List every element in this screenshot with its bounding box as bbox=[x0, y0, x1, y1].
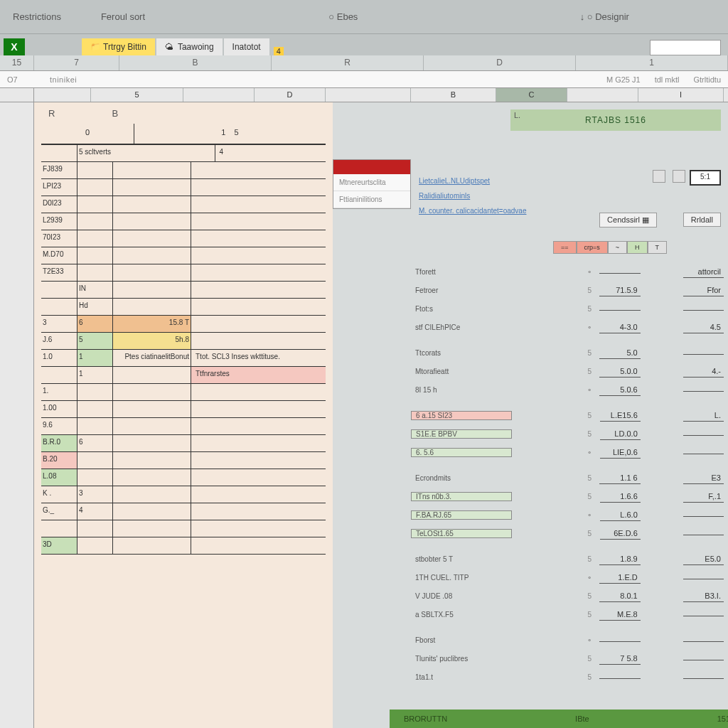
row-value-2[interactable] bbox=[683, 657, 724, 660]
cell-d[interactable]: Ttot. SCL3 Inses wkttituse. bbox=[191, 350, 326, 366]
row-value-2[interactable] bbox=[683, 451, 724, 454]
cell-a[interactable] bbox=[41, 282, 77, 298]
col-hdr-4[interactable]: D bbox=[424, 55, 576, 70]
plus-icon[interactable] bbox=[653, 170, 665, 183]
cell-b[interactable]: 1 bbox=[77, 367, 112, 383]
cell-d[interactable] bbox=[191, 435, 326, 451]
row-value-1[interactable]: 71.5.9 bbox=[599, 284, 640, 296]
row-value-2[interactable] bbox=[683, 675, 724, 679]
cell-a[interactable]: L2939 bbox=[41, 213, 77, 230]
cell-d[interactable] bbox=[191, 316, 326, 332]
cell-d[interactable] bbox=[191, 520, 326, 537]
cell-d[interactable] bbox=[191, 537, 326, 554]
table-row[interactable]: B.20 bbox=[41, 452, 326, 469]
search-input[interactable] bbox=[650, 40, 721, 55]
cell-c[interactable] bbox=[112, 230, 191, 247]
table-row[interactable]: V JUDE .0858.0.1B3.I. bbox=[411, 587, 724, 605]
col-g[interactable]: C bbox=[496, 88, 567, 102]
row-value-2[interactable] bbox=[683, 388, 724, 392]
table-row[interactable]: stbobter 5 T51.8.9E5.0 bbox=[411, 550, 724, 568]
cell-b[interactable] bbox=[77, 384, 112, 400]
cell-b[interactable]: 4 bbox=[77, 503, 112, 520]
cell-a[interactable]: J.6 bbox=[41, 333, 77, 349]
cell-b[interactable]: IN bbox=[77, 282, 112, 298]
row-value-1[interactable] bbox=[599, 270, 640, 274]
cell-d[interactable] bbox=[191, 282, 326, 298]
cell-d[interactable] bbox=[191, 264, 326, 281]
suggestion-3[interactable]: M. counter. calicacidantet=oadvae bbox=[414, 203, 564, 218]
row-value-2[interactable]: B3.I. bbox=[683, 590, 724, 602]
row-value-2[interactable] bbox=[683, 307, 724, 311]
table-row[interactable]: Ecrondmits51.1 6E3 bbox=[411, 469, 724, 487]
sheet-tab-3[interactable]: Inatotot bbox=[224, 38, 269, 55]
cell-a[interactable]: 70I23 bbox=[41, 230, 77, 247]
row-value-1[interactable] bbox=[599, 307, 640, 311]
row-value-1[interactable]: 5.0 bbox=[599, 347, 640, 359]
row-value-2[interactable]: Ffor bbox=[683, 284, 724, 296]
suggestion-1[interactable]: LietcalieL.NLUdiptspet bbox=[414, 173, 564, 188]
row-value-2[interactable] bbox=[683, 532, 724, 535]
sheet-tab-2[interactable]: 🌤 Taawoing bbox=[156, 38, 223, 55]
cell-c[interactable] bbox=[112, 282, 191, 298]
menu-ebes[interactable]: ○ Ebes bbox=[323, 9, 363, 25]
cell-d[interactable] bbox=[191, 196, 326, 213]
cell-d[interactable] bbox=[191, 247, 326, 264]
cell-c[interactable]: 5h.8 bbox=[112, 333, 191, 349]
col-d[interactable]: D bbox=[255, 88, 326, 102]
cell-c[interactable]: 15.8 T bbox=[112, 316, 191, 332]
row-value-1[interactable]: 7 5.8 bbox=[599, 653, 640, 665]
row-value-1[interactable]: M.E.8 bbox=[599, 609, 640, 621]
cell-b[interactable]: 3 bbox=[77, 486, 112, 503]
cell-d[interactable]: Ttfnrarstes bbox=[191, 367, 326, 383]
row-value-1[interactable]: 1.8.9 bbox=[599, 553, 640, 565]
cell-a[interactable]: D0I23 bbox=[41, 196, 77, 213]
cell-a[interactable]: 1. bbox=[41, 384, 77, 400]
row-value-1[interactable] bbox=[599, 638, 640, 642]
autocomplete-item-1[interactable]: Mtnereurtsclita bbox=[333, 174, 410, 191]
cell-c[interactable] bbox=[112, 452, 191, 469]
cell-a[interactable] bbox=[41, 299, 77, 315]
cell-d[interactable] bbox=[191, 384, 326, 400]
cell-d[interactable] bbox=[191, 401, 326, 417]
sheet-tab-1[interactable]: 📁 Trtrgy Bittin bbox=[82, 38, 155, 55]
royal-button[interactable]: Rrldall bbox=[683, 213, 721, 227]
formula-bar[interactable]: O7 tninikei M G25 J1 tdl mktl Gtrltidtu bbox=[0, 71, 728, 88]
cell-b[interactable]: Hd bbox=[77, 299, 112, 315]
col-hdr-0[interactable]: 15 bbox=[0, 55, 34, 70]
left-sheet-area[interactable]: R B 0 1 5 5 scltverts 4 FJ839LPI23D0I23L… bbox=[34, 102, 333, 728]
table-row[interactable]: 8I 15 h⚬5.0.6 bbox=[411, 380, 724, 399]
table-row[interactable]: J.655h.8 bbox=[41, 333, 326, 350]
cell-c[interactable] bbox=[112, 179, 191, 196]
table-row[interactable]: a SBLTX.F55M.E.8 bbox=[411, 605, 724, 623]
table-row[interactable]: Fborst⚬ bbox=[411, 631, 724, 649]
row-value-1[interactable]: 5.0.0 bbox=[599, 365, 640, 378]
cell-c[interactable] bbox=[112, 486, 191, 503]
table-row[interactable]: M.D70 bbox=[41, 247, 326, 264]
cell-a[interactable]: 9.6 bbox=[41, 418, 77, 434]
col-hdr-1[interactable]: 7 bbox=[34, 55, 119, 70]
row-value-1[interactable]: 1.6.6 bbox=[600, 491, 641, 503]
col-a[interactable] bbox=[34, 88, 91, 102]
table-row[interactable]: L.08 bbox=[41, 469, 326, 486]
suggestion-2[interactable]: Ralidialiutominls bbox=[414, 188, 564, 203]
cell-a[interactable]: T2E33 bbox=[41, 264, 77, 281]
cell-b[interactable] bbox=[77, 401, 112, 417]
cell-a[interactable]: B.20 bbox=[41, 452, 77, 469]
mini-tab-3[interactable]: ~ bbox=[608, 241, 627, 254]
row-value-1[interactable]: 4-3.0 bbox=[599, 321, 640, 333]
cell-a[interactable]: 1.00 bbox=[41, 401, 77, 417]
cell-a[interactable]: M.D70 bbox=[41, 247, 77, 264]
cell-b[interactable] bbox=[77, 179, 112, 196]
col-hdr-2[interactable]: B bbox=[119, 55, 272, 70]
table-row[interactable]: 1.00 bbox=[41, 401, 326, 418]
excel-logo-icon[interactable]: X bbox=[4, 38, 25, 55]
cell-c[interactable] bbox=[112, 503, 191, 520]
calendar-button[interactable]: Cendssirl ▦ bbox=[599, 213, 657, 228]
cell-b[interactable] bbox=[77, 247, 112, 264]
cell-d[interactable] bbox=[191, 333, 326, 349]
row-value-2[interactable]: L. bbox=[683, 410, 724, 422]
mini-tab-4[interactable]: H bbox=[627, 241, 648, 254]
row-value-1[interactable]: 5.0.6 bbox=[599, 384, 640, 396]
table-row[interactable]: stf CILEhPICe⚬4-3.04.5 bbox=[411, 318, 724, 336]
table-row[interactable]: Mtorafieatt55.0.04.- bbox=[411, 362, 724, 380]
